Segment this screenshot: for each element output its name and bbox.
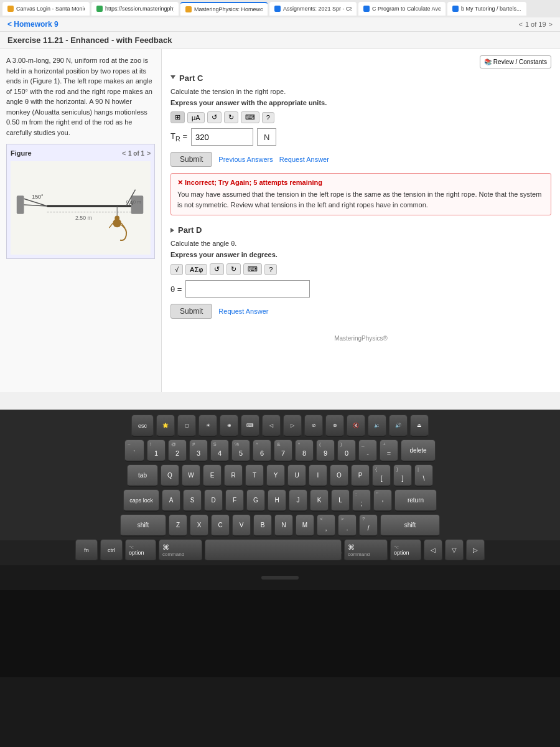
key-7[interactable]: &7 [274,439,292,462]
key-esc[interactable]: esc [131,415,154,437]
key-e[interactable]: E [203,464,222,487]
key-p[interactable]: P [351,464,370,487]
key-equals[interactable]: += [380,439,398,462]
key-v[interactable]: V [232,514,251,537]
part-c-submit-btn[interactable]: Submit [170,152,212,167]
key-f[interactable]: F [225,489,244,512]
key-d[interactable]: D [204,489,223,512]
key-f2[interactable]: ◻ [177,415,196,437]
key-semicolon[interactable]: :; [352,489,371,512]
key-f5[interactable]: ⌨ [241,415,259,437]
key-rbracket[interactable]: }] [393,464,412,487]
tab-tutoring[interactable]: b My Tutoring / bartels... [447,2,526,16]
key-backtick[interactable]: ~` [124,439,144,462]
toolbar-help-btn-c[interactable]: ? [262,112,274,123]
key-shift-left[interactable]: shift [120,514,166,537]
key-w[interactable]: W [182,464,200,487]
toolbar-keyboard-btn-d[interactable]: ⌨ [243,263,262,275]
key-f9[interactable]: ⊗ [325,415,344,437]
key-f4[interactable]: ⊕ [220,415,238,437]
key-command-right[interactable]: ⌘ command [344,539,388,561]
part-d-answer-input[interactable] [185,280,310,298]
tab-hw9[interactable]: MasteringPhysics: Homework 9 [180,2,268,16]
toolbar-undo-btn[interactable]: ↺ [207,111,222,123]
toolbar-redo-btn-d[interactable]: ↻ [226,263,241,275]
part-c-request-answer-link[interactable]: Request Answer [279,156,329,163]
key-f11[interactable]: 🔉 [368,415,386,437]
key-8[interactable]: *8 [295,439,314,462]
toolbar-redo-btn[interactable]: ↻ [224,111,238,123]
key-o[interactable]: O [330,464,348,487]
key-f10[interactable]: 🔇 [347,415,365,437]
key-fn[interactable]: fn [75,539,98,561]
part-c-answer-input[interactable] [191,128,253,146]
key-x[interactable]: X [190,514,208,537]
key-f12[interactable]: 🔊 [389,415,408,437]
key-f8[interactable]: ⊘ [304,415,323,437]
key-command-left[interactable]: ⌘ command [159,539,202,561]
key-quote[interactable]: "' [373,489,392,512]
key-f1[interactable]: 🌟 [156,415,175,437]
key-5[interactable]: %5 [231,439,250,462]
key-u[interactable]: U [287,464,306,487]
key-c[interactable]: C [211,514,230,537]
key-tab[interactable]: tab [127,464,158,487]
key-comma[interactable]: <, [317,514,335,537]
key-arrow-left[interactable]: ◁ [424,539,442,561]
toolbar-mu-btn[interactable]: μA [187,112,205,123]
part-d-request-answer-link[interactable]: Request Answer [218,308,268,315]
figure-nav-prev[interactable]: < [122,149,126,158]
key-9[interactable]: (9 [316,439,335,462]
nav-next-btn[interactable]: > [549,21,553,28]
key-r[interactable]: R [224,464,243,487]
toolbar-help-btn-d[interactable]: ? [264,264,277,275]
part-c-prev-answers-link[interactable]: Previous Answers [218,156,273,163]
key-q[interactable]: Q [161,464,179,487]
key-space[interactable] [205,539,342,561]
key-i[interactable]: I [309,464,327,487]
toolbar-sqrt-btn[interactable]: √ [170,264,183,275]
key-n[interactable]: N [274,514,293,537]
key-a[interactable]: A [162,489,180,512]
part-c-triangle-icon[interactable] [170,75,175,82]
key-option-right[interactable]: ⌥ option [390,539,421,561]
tab-assignments[interactable]: Assignments: 2021 Spr - CS 50... [269,2,357,16]
key-m[interactable]: M [296,514,314,537]
key-j[interactable]: J [289,489,307,512]
nav-prev-btn[interactable]: < [518,21,522,28]
key-g[interactable]: G [246,489,265,512]
review-constants-btn[interactable]: 📚 Review / Constants [480,55,551,68]
part-d-submit-btn[interactable]: Submit [170,304,212,319]
key-delete[interactable]: delete [401,439,436,462]
key-l[interactable]: L [331,489,350,512]
part-d-triangle-icon[interactable] [170,228,174,233]
key-f7[interactable]: ▷ [283,415,302,437]
key-lbracket[interactable]: {[ [372,464,391,487]
key-6[interactable]: ^6 [253,439,271,462]
tab-canvas[interactable]: Canvas Login - Santa Monica C... [2,2,90,16]
toolbar-grid-btn[interactable]: ⊞ [170,111,185,123]
key-f6[interactable]: ◁ [262,415,281,437]
key-ctrl[interactable]: ctrl [100,539,123,561]
key-1[interactable]: !1 [147,439,166,462]
key-return[interactable]: return [394,489,437,512]
key-h[interactable]: H [268,489,286,512]
key-arrow-down[interactable]: ▽ [445,539,464,561]
key-4[interactable]: $4 [210,439,229,462]
toolbar-undo-btn-d[interactable]: ↺ [210,263,224,275]
key-2[interactable]: @2 [168,439,187,462]
key-slash[interactable]: ?/ [359,514,378,537]
key-eject[interactable]: ⏏ [410,415,429,437]
key-f3[interactable]: ☀ [198,415,217,437]
toolbar-formatting-btn[interactable]: ΑΣφ [185,264,207,275]
key-period[interactable]: >. [338,514,357,537]
key-3[interactable]: #3 [189,439,208,462]
homework-back-link[interactable]: < Homework 9 [7,20,58,29]
toolbar-keyboard-btn-c[interactable]: ⌨ [241,111,259,123]
key-0[interactable]: )0 [337,439,356,462]
key-b[interactable]: B [253,514,272,537]
key-backslash[interactable]: |\ [414,464,433,487]
key-shift-right[interactable]: shift [380,514,440,537]
key-z[interactable]: Z [169,514,187,537]
key-option-left[interactable]: ⌥ option [125,539,156,561]
